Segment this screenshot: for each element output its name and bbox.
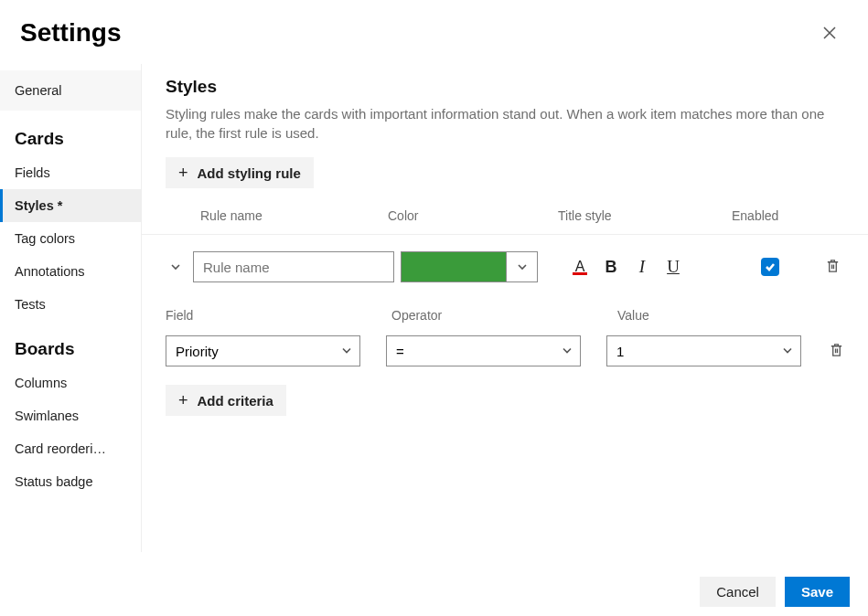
column-header-title-style: Title style	[558, 208, 732, 223]
save-button[interactable]: Save	[785, 577, 850, 607]
sidebar-item-annotations[interactable]: Annotations	[0, 255, 141, 288]
field-select[interactable]: Priority	[166, 335, 360, 366]
color-picker[interactable]	[401, 251, 538, 282]
chevron-down-icon	[341, 345, 352, 356]
section-description: Styling rules make the cards with import…	[166, 104, 844, 143]
sidebar-item-tests[interactable]: Tests	[0, 288, 141, 321]
bold-button[interactable]: B	[602, 257, 620, 277]
rule-row: A B I U	[166, 235, 844, 288]
value-select[interactable]: 1	[606, 335, 801, 366]
column-header-name: Rule name	[200, 208, 388, 223]
page-title: Settings	[20, 18, 121, 48]
column-header-field: Field	[166, 308, 391, 323]
chevron-down-icon	[562, 345, 573, 356]
section-title: Styles	[166, 77, 844, 97]
plus-icon: +	[178, 165, 188, 181]
sidebar-item-styles[interactable]: Styles *	[0, 189, 141, 222]
sidebar: General Cards Fields Styles * Tag colors…	[0, 64, 142, 552]
color-bar-icon	[573, 272, 587, 275]
sidebar-item-general[interactable]: General	[0, 70, 141, 111]
add-styling-rule-label: Add styling rule	[198, 165, 301, 181]
delete-criteria-button[interactable]	[829, 342, 844, 361]
sidebar-item-tag-colors[interactable]: Tag colors	[0, 222, 141, 255]
main-content: Styles Styling rules make the cards with…	[142, 64, 868, 552]
chevron-down-icon	[170, 261, 181, 272]
operator-select[interactable]: =	[386, 335, 581, 366]
plus-icon: +	[178, 392, 188, 409]
criteria-row: Priority = 1	[166, 335, 844, 366]
sidebar-item-card-reordering[interactable]: Card reorderi…	[0, 432, 141, 465]
font-color-button[interactable]: A	[571, 257, 589, 277]
chevron-down-icon	[782, 345, 793, 356]
add-criteria-label: Add criteria	[198, 393, 273, 409]
footer: Cancel Save	[0, 568, 868, 616]
close-icon	[823, 27, 836, 39]
color-dropdown-caret[interactable]	[506, 252, 537, 281]
check-icon	[765, 261, 776, 272]
trash-icon	[829, 342, 844, 357]
enabled-checkbox[interactable]	[761, 258, 779, 276]
delete-rule-button[interactable]	[825, 258, 841, 277]
sidebar-item-fields[interactable]: Fields	[0, 156, 141, 189]
add-criteria-button[interactable]: + Add criteria	[166, 385, 286, 416]
operator-select-value: =	[396, 344, 404, 359]
column-header-value: Value	[617, 308, 649, 323]
expand-toggle[interactable]	[166, 261, 186, 272]
close-button[interactable]	[817, 20, 842, 46]
underline-button[interactable]: U	[664, 257, 682, 277]
field-select-value: Priority	[176, 344, 219, 359]
trash-icon	[825, 258, 841, 273]
color-swatch	[402, 252, 506, 281]
rule-name-input[interactable]	[193, 251, 394, 282]
chevron-down-icon	[517, 261, 528, 272]
column-header-operator: Operator	[391, 308, 617, 323]
sidebar-group-boards: Boards	[0, 321, 141, 366]
add-styling-rule-button[interactable]: + Add styling rule	[166, 157, 314, 188]
italic-button[interactable]: I	[633, 257, 651, 277]
column-header-enabled: Enabled	[732, 208, 778, 223]
title-style-group: A B I U	[571, 257, 682, 277]
value-select-value: 1	[616, 344, 624, 359]
cancel-button[interactable]: Cancel	[700, 577, 776, 607]
sidebar-item-columns[interactable]: Columns	[0, 366, 141, 399]
sidebar-group-cards: Cards	[0, 111, 141, 156]
sidebar-item-swimlanes[interactable]: Swimlanes	[0, 399, 141, 432]
column-header-color: Color	[388, 208, 558, 223]
sidebar-item-status-badge[interactable]: Status badge	[0, 465, 141, 498]
